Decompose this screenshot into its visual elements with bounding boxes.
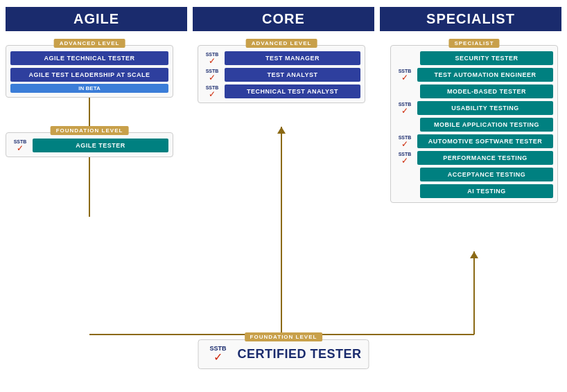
agile-foundation-box: FOUNDATION LEVEL SSTB ✓ AGILE TESTER xyxy=(6,132,173,157)
ai-testing: AI TESTING xyxy=(420,184,553,198)
core-header: CORE xyxy=(193,7,374,31)
specialist-header: SPECIALIST xyxy=(380,7,561,31)
model-based-tester-row: MODEL-BASED TESTER xyxy=(395,84,553,98)
test-analyst-row: SSTB ✓ TEST ANALYST xyxy=(202,68,360,82)
test-automation-engineer: TEST AUTOMATION ENGINEER xyxy=(417,68,553,82)
sstb-check-agile: ✓ xyxy=(17,144,24,152)
pt-sstb: SSTB ✓ xyxy=(395,152,415,165)
technical-test-analyst-row: SSTB ✓ TECHNICAL TEST ANALYST xyxy=(202,84,360,98)
svg-marker-3 xyxy=(277,127,286,134)
tta-sstb: SSTB ✓ xyxy=(202,85,222,98)
certified-tester-label: CERTIFIED TESTER xyxy=(237,347,361,362)
agile-leadership-row: AGILE TEST LEADERSHIP AT SCALE IN BETA xyxy=(10,68,168,93)
performance-testing: PERFORMANCE TESTING xyxy=(417,151,553,165)
agile-column: ADVANCED LEVEL AGILE TECHNICAL TESTER AG… xyxy=(6,37,173,157)
automotive-software-tester: AUTOMOTIVE SOFTWARE TESTER xyxy=(417,134,553,148)
sstb-check-ct: ✓ xyxy=(213,352,223,363)
agile-foundation-label: FOUNDATION LEVEL xyxy=(51,126,129,135)
agile-tester-row: SSTB ✓ AGILE TESTER xyxy=(10,139,168,152)
beta-badge: IN BETA xyxy=(10,84,168,93)
model-based-tester: MODEL-BASED TESTER xyxy=(420,84,553,98)
core-advanced-label: ADVANCED LEVEL xyxy=(246,39,317,48)
sstb-check-ta: ✓ xyxy=(209,73,216,82)
agile-technical-tester: AGILE TECHNICAL TESTER xyxy=(10,51,168,65)
test-manager-row: SSTB ✓ TEST MANAGER xyxy=(202,51,360,65)
sstb-check-ut: ✓ xyxy=(401,107,408,115)
sstb-check-tae: ✓ xyxy=(401,73,408,82)
sstb-check-ast: ✓ xyxy=(401,140,408,148)
test-manager: TEST MANAGER xyxy=(225,51,360,65)
acceptance-testing: ACCEPTANCE TESTING xyxy=(420,168,553,181)
mobile-app-testing-row: MOBILE APPLICATION TESTING xyxy=(395,118,553,132)
ut-sstb: SSTB ✓ xyxy=(395,102,415,115)
technical-test-analyst: TECHNICAL TEST ANALYST xyxy=(225,84,360,98)
acceptance-testing-row: ACCEPTANCE TESTING xyxy=(395,168,553,181)
svg-marker-5 xyxy=(470,251,478,258)
automotive-tester-row: SSTB ✓ AUTOMOTIVE SOFTWARE TESTER xyxy=(395,134,553,148)
security-tester-row: SECURITY TESTER xyxy=(395,51,553,65)
mobile-app-testing: MOBILE APPLICATION TESTING xyxy=(420,118,553,132)
agile-advanced-label: ADVANCED LEVEL xyxy=(54,39,125,48)
performance-testing-row: SSTB ✓ PERFORMANCE TESTING xyxy=(395,151,553,165)
usability-testing-row: SSTB ✓ USABILITY TESTING xyxy=(395,101,553,115)
sstb-check-tta: ✓ xyxy=(209,90,216,98)
diagram-container: AGILE CORE SPECIALIST ADVANCED LE xyxy=(0,0,567,392)
agile-tester: AGILE TESTER xyxy=(33,139,168,152)
agile-technical-tester-row: AGILE TECHNICAL TESTER xyxy=(10,51,168,65)
tae-sstb: SSTB ✓ xyxy=(395,69,415,82)
test-automation-engineer-row: SSTB ✓ TEST AUTOMATION ENGINEER xyxy=(395,68,553,82)
test-analyst-sstb: SSTB ✓ xyxy=(202,69,222,82)
agile-advanced-box: ADVANCED LEVEL AGILE TECHNICAL TESTER AG… xyxy=(6,45,173,98)
ast-sstb: SSTB ✓ xyxy=(395,135,415,148)
test-analyst: TEST ANALYST xyxy=(225,68,360,82)
foundation-center-label: FOUNDATION LEVEL xyxy=(245,332,323,341)
certified-tester-box: SSTB ✓ CERTIFIED TESTER xyxy=(198,339,369,369)
security-tester: SECURITY TESTER xyxy=(420,51,553,65)
specialist-label: SPECIALIST xyxy=(448,39,499,48)
sstb-check-pt: ✓ xyxy=(401,157,408,165)
agile-leadership: AGILE TEST LEADERSHIP AT SCALE xyxy=(10,68,168,82)
ai-testing-row: AI TESTING xyxy=(395,184,553,198)
column-headers: AGILE CORE SPECIALIST xyxy=(6,7,561,31)
certified-sstb: SSTB ✓ xyxy=(205,346,230,363)
agile-tester-sstb: SSTB ✓ xyxy=(10,139,30,152)
test-manager-sstb: SSTB ✓ xyxy=(202,52,222,65)
agile-header: AGILE xyxy=(6,7,187,31)
sstb-check-tm: ✓ xyxy=(209,57,216,65)
specialist-column: SPECIALIST SECURITY TESTER SSTB ✓ TEST A… xyxy=(390,37,558,203)
core-column: ADVANCED LEVEL SSTB ✓ TEST MANAGER SSTB … xyxy=(198,37,365,103)
usability-testing: USABILITY TESTING xyxy=(417,101,553,115)
specialist-box: SPECIALIST SECURITY TESTER SSTB ✓ TEST A… xyxy=(390,45,558,203)
core-advanced-box: ADVANCED LEVEL SSTB ✓ TEST MANAGER SSTB … xyxy=(198,45,365,103)
certified-tester-section: FOUNDATION LEVEL SSTB ✓ CERTIFIED TESTER xyxy=(198,339,369,369)
foundation-center-area: FOUNDATION LEVEL SSTB ✓ CERTIFIED TESTER xyxy=(198,339,369,369)
